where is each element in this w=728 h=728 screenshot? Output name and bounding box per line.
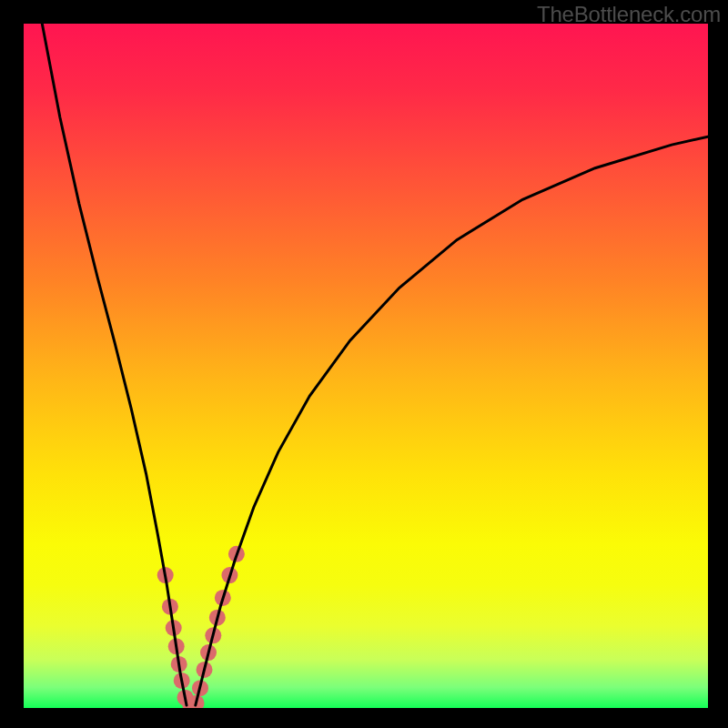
plot-area — [24, 24, 708, 708]
chart-outer-frame: TheBottleneck.com — [0, 0, 728, 728]
watermark-text: TheBottleneck.com — [537, 2, 721, 27]
right-curve — [196, 136, 708, 705]
curve-svg — [24, 24, 708, 708]
